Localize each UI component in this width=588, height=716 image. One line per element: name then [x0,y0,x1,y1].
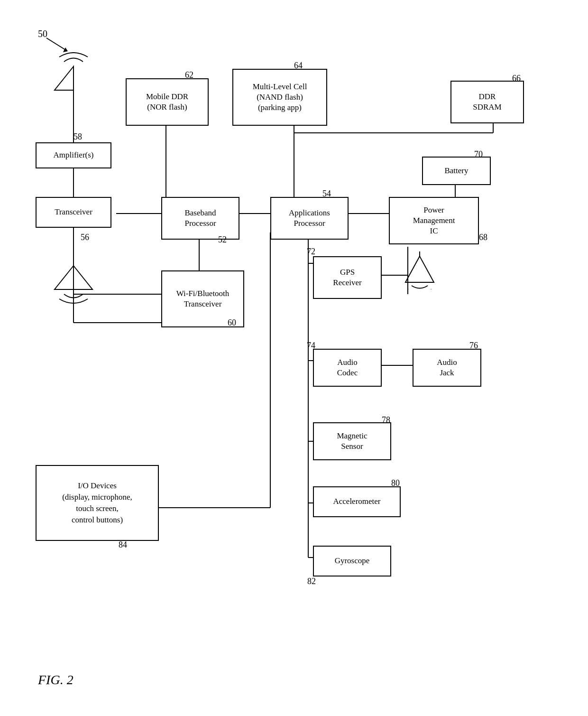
io-devices-box: I/O Devices(display, microphone,touch sc… [36,465,159,541]
diagram-container: 50 Amplifier(s) 58 Transceiver [0,0,588,716]
figure-label: FIG. 2 [38,672,74,688]
magnetic-box: MagneticSensor [313,422,391,460]
svg-marker-37 [405,256,434,282]
transceiver-box: Transceiver [36,197,111,228]
svg-line-31 [46,38,65,50]
gyroscope-box: Gyroscope [313,546,391,577]
mobile-ddr-ref: 62 [185,70,193,80]
io-devices-ref: 84 [119,540,127,550]
ddr-sdram-ref: 66 [512,74,521,84]
baseband-box: BasebandProcessor [161,197,239,240]
accelerometer-box: Accelerometer [313,486,401,517]
ddr-sdram-box: DDRSDRAM [450,81,524,123]
magnetic-ref: 78 [382,415,390,425]
audio-codec-box: AudioCodec [313,349,382,387]
mobile-ddr-box: Mobile DDR(NOR flash) [126,78,209,126]
power-mgmt-ref: 68 [479,232,487,242]
mlc-ref: 64 [294,61,303,71]
svg-marker-33 [55,66,74,90]
transceiver-ref: 56 [81,232,89,242]
gps-box: GPSReceiver [313,256,382,299]
svg-marker-32 [63,47,68,52]
gps-ref: 72 [307,247,315,257]
amplifiers-box: Amplifier(s) [36,142,111,168]
audio-jack-ref: 76 [469,341,478,351]
audio-codec-ref: 74 [307,341,315,351]
wifi-bt-ref: 60 [228,318,236,328]
power-mgmt-box: PowerManagementIC [389,197,479,244]
top-antenna [47,52,100,100]
baseband-ref: 52 [218,235,227,245]
apps-proc-ref: 54 [322,189,331,199]
accelerometer-ref: 80 [391,478,400,488]
mlc-box: Multi-Level Cell(NAND flash)(parking app… [232,69,327,126]
audio-jack-box: AudioJack [413,349,481,387]
apps-proc-box: ApplicationsProcessor [270,197,349,240]
battery-ref: 70 [474,149,483,159]
gyroscope-ref: 82 [307,577,316,586]
amplifiers-ref: 58 [74,132,82,142]
battery-box: Battery [422,157,491,185]
figure-arrow [42,33,70,52]
bottom-antenna [47,261,100,308]
gps-antenna [398,251,441,289]
svg-marker-35 [55,266,92,289]
